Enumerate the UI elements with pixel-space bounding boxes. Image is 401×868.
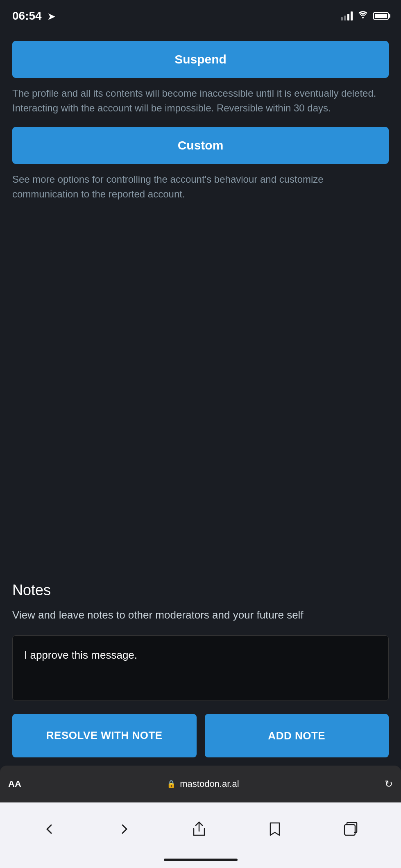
- forward-button[interactable]: [113, 818, 135, 840]
- location-arrow-icon: [45, 9, 55, 23]
- url-display: mastodon.ar.al: [180, 779, 239, 789]
- bottom-nav: [0, 802, 401, 852]
- signal-bar-4: [351, 11, 353, 20]
- wifi-icon: [358, 11, 368, 21]
- spacer: [12, 213, 389, 565]
- battery-icon: [373, 12, 389, 20]
- back-button[interactable]: [39, 818, 60, 840]
- signal-bar-3: [347, 14, 349, 20]
- notes-description: View and leave notes to other moderators…: [12, 607, 389, 623]
- svg-point-0: [362, 17, 364, 18]
- custom-section: Custom See more options for controlling …: [12, 127, 389, 202]
- tabs-icon: [343, 822, 358, 836]
- notes-textarea[interactable]: [12, 635, 389, 701]
- text-size-control[interactable]: AA: [8, 779, 21, 789]
- share-button[interactable]: [188, 817, 210, 841]
- signal-bar-1: [341, 17, 343, 20]
- share-icon: [192, 821, 206, 837]
- signal-icon: [341, 11, 353, 20]
- tabs-button[interactable]: [339, 818, 362, 841]
- time-display: 06:54: [12, 9, 42, 23]
- status-time: 06:54: [12, 9, 55, 23]
- add-note-button[interactable]: ADD NOTE: [205, 714, 389, 757]
- notes-action-buttons: RESOLVE WITH NOTE ADD NOTE: [12, 714, 389, 757]
- notes-title: Notes: [12, 582, 389, 599]
- url-container[interactable]: 🔒 mastodon.ar.al: [167, 779, 239, 789]
- bookmarks-icon: [268, 821, 282, 837]
- custom-button[interactable]: Custom: [12, 127, 389, 164]
- main-content: Suspend The profile and all its contents…: [0, 29, 401, 766]
- home-bar: [164, 859, 238, 861]
- status-bar: 06:54: [0, 0, 401, 29]
- bookmarks-button[interactable]: [264, 817, 286, 841]
- back-icon: [43, 823, 56, 836]
- svg-rect-1: [344, 825, 355, 835]
- status-icons: [341, 11, 389, 21]
- signal-bar-2: [344, 16, 346, 20]
- custom-description: See more options for controlling the acc…: [12, 172, 389, 202]
- refresh-button[interactable]: ↻: [385, 778, 393, 790]
- forward-icon: [118, 823, 131, 836]
- suspend-section: Suspend The profile and all its contents…: [12, 41, 389, 116]
- suspend-button[interactable]: Suspend: [12, 41, 389, 78]
- home-indicator: [0, 852, 401, 868]
- suspend-description: The profile and all its contents will be…: [12, 86, 389, 116]
- resolve-with-note-button[interactable]: RESOLVE WITH NOTE: [12, 714, 197, 757]
- notes-section: Notes View and leave notes to other mode…: [12, 582, 389, 757]
- lock-icon: 🔒: [167, 780, 176, 789]
- browser-bar: AA 🔒 mastodon.ar.al ↻: [0, 766, 401, 802]
